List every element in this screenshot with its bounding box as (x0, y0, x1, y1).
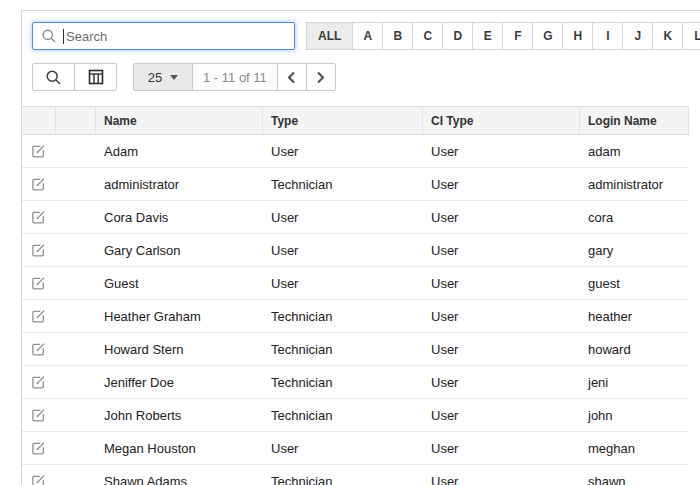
edit-user-button[interactable] (31, 276, 46, 291)
header-type[interactable]: Type (263, 107, 423, 134)
edit-user-button[interactable] (31, 144, 46, 159)
table-row[interactable]: Jeniffer Doe Technician User jeni (22, 366, 689, 399)
page-size-value: 25 (148, 70, 162, 85)
toolbar: 25 1 - 11 of 11 (32, 63, 700, 91)
cell-name: Cora Davis (96, 210, 263, 225)
prev-page-button[interactable] (277, 63, 307, 91)
cell-login-name: meghan (580, 441, 689, 456)
edit-icon (31, 144, 46, 159)
cell-ci-type: User (423, 342, 580, 357)
table-row[interactable]: Cora Davis User User cora (22, 201, 689, 234)
edit-icon (31, 309, 46, 324)
alpha-filter-g[interactable]: G (532, 22, 563, 50)
cell-ci-type: User (423, 441, 580, 456)
table-row[interactable]: Adam User User adam (22, 135, 689, 168)
cell-login-name: adam (580, 144, 689, 159)
alpha-filter-k[interactable]: K (652, 22, 683, 50)
users-table: Name Type CI Type Login Name Adam User U… (22, 106, 689, 485)
edit-user-button[interactable] (31, 474, 46, 485)
table-row[interactable]: Megan Houston User User meghan (22, 432, 689, 465)
view-buttons (32, 63, 117, 91)
alpha-filter-i[interactable]: I (592, 22, 623, 50)
edit-user-button[interactable] (31, 408, 46, 423)
edit-user-button[interactable] (31, 375, 46, 390)
cell-login-name: heather (580, 309, 689, 324)
table-row[interactable]: John Roberts Technician User john (22, 399, 689, 432)
alpha-filter-a[interactable]: A (352, 22, 383, 50)
cell-type: Technician (263, 309, 423, 324)
cell-login-name: john (580, 408, 689, 423)
cell-type: User (263, 243, 423, 258)
edit-user-button[interactable] (31, 309, 46, 324)
cell-type: Technician (263, 342, 423, 357)
edit-user-button[interactable] (31, 441, 46, 456)
header-login-name[interactable]: Login Name (580, 107, 689, 134)
next-page-button[interactable] (306, 63, 336, 91)
edit-user-button[interactable] (31, 177, 46, 192)
edit-user-button[interactable] (31, 243, 46, 258)
cell-type: User (263, 210, 423, 225)
cell-name: Adam (96, 144, 263, 159)
cell-ci-type: User (423, 210, 580, 225)
cell-ci-type: User (423, 408, 580, 423)
search-input[interactable] (64, 29, 294, 44)
cell-type: Technician (263, 177, 423, 192)
table-row[interactable]: Guest User User guest (22, 267, 689, 300)
cell-login-name: administrator (580, 177, 689, 192)
table-row[interactable]: Shawn Adams Technician User shawn (22, 465, 689, 485)
filter-row: ALLABCDEFGHIJKL (22, 11, 700, 50)
cell-login-name: guest (580, 276, 689, 291)
cell-name: administrator (96, 177, 263, 192)
cell-login-name: shawn (580, 474, 689, 485)
pagination-label: 1 - 11 of 11 (192, 63, 278, 91)
cell-ci-type: User (423, 276, 580, 291)
table-row[interactable]: administrator Technician User administra… (22, 168, 689, 201)
page-size-dropdown[interactable]: 25 (133, 63, 193, 91)
table-header-row: Name Type CI Type Login Name (22, 106, 689, 135)
chevron-right-icon (316, 71, 325, 84)
table-row[interactable]: Heather Graham Technician User heather (22, 300, 689, 333)
header-ci-type[interactable]: CI Type (423, 107, 580, 134)
column-chooser-button[interactable] (74, 63, 117, 91)
edit-icon (31, 441, 46, 456)
cell-name: Shawn Adams (96, 474, 263, 485)
edit-icon (31, 408, 46, 423)
edit-user-button[interactable] (31, 342, 46, 357)
alphabet-filter-bar: ALLABCDEFGHIJKL (307, 22, 700, 50)
cell-name: Jeniffer Doe (96, 375, 263, 390)
cell-name: Howard Stern (96, 342, 263, 357)
search-toggle-button[interactable] (32, 63, 75, 91)
cell-login-name: jeni (580, 375, 689, 390)
table-row[interactable]: Howard Stern Technician User howard (22, 333, 689, 366)
chevron-left-icon (287, 71, 296, 84)
cell-ci-type: User (423, 243, 580, 258)
alpha-filter-c[interactable]: C (412, 22, 443, 50)
alpha-filter-e[interactable]: E (472, 22, 503, 50)
alpha-filter-d[interactable]: D (442, 22, 473, 50)
edit-user-button[interactable] (31, 210, 46, 225)
pagination-controls: 25 1 - 11 of 11 (133, 63, 336, 91)
cell-type: User (263, 441, 423, 456)
search-box[interactable] (32, 22, 295, 50)
cell-login-name: howard (580, 342, 689, 357)
edit-icon (31, 375, 46, 390)
cell-type: User (263, 276, 423, 291)
alpha-filter-all[interactable]: ALL (306, 22, 353, 50)
cell-ci-type: User (423, 375, 580, 390)
cell-type: Technician (263, 474, 423, 485)
alpha-filter-l[interactable]: L (682, 22, 700, 50)
cell-name: John Roberts (96, 408, 263, 423)
alpha-filter-f[interactable]: F (502, 22, 533, 50)
alpha-filter-j[interactable]: J (622, 22, 653, 50)
cell-login-name: cora (580, 210, 689, 225)
cell-name: Gary Carlson (96, 243, 263, 258)
alpha-filter-h[interactable]: H (562, 22, 593, 50)
alpha-filter-b[interactable]: B (382, 22, 413, 50)
search-icon (45, 69, 62, 86)
chevron-down-icon (170, 75, 178, 80)
cell-ci-type: User (423, 177, 580, 192)
table-body: Adam User User adam administrator Techni… (22, 135, 689, 485)
header-name[interactable]: Name (96, 107, 263, 134)
table-row[interactable]: Gary Carlson User User gary (22, 234, 689, 267)
cell-ci-type: User (423, 474, 580, 485)
